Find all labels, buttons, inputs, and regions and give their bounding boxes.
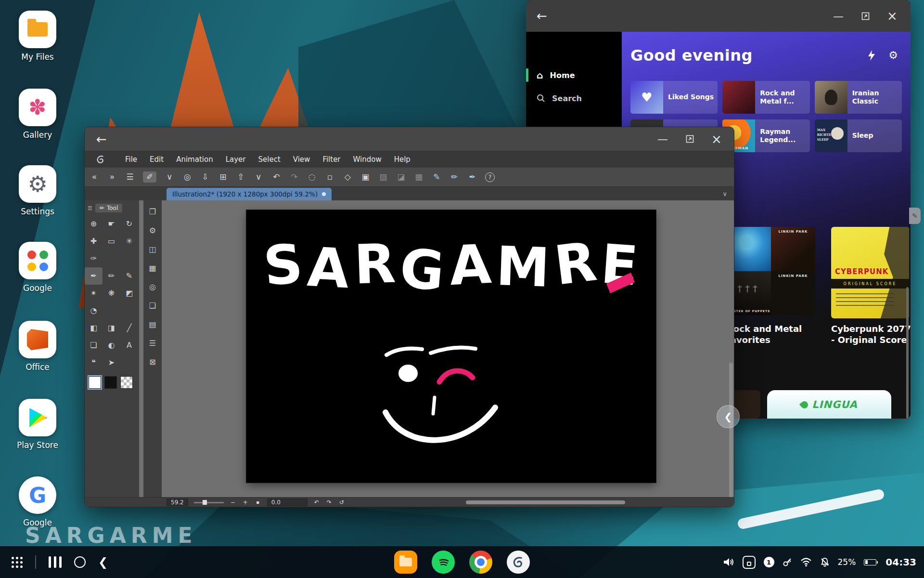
pen-quick-icon[interactable]: ✎ [432,173,441,181]
new-layer-icon[interactable]: ❐ [149,208,156,216]
main-menu-icon[interactable]: ☰ [125,173,135,181]
paper-layer-icon[interactable]: ❏ [149,302,156,310]
menu-help[interactable]: Help [394,155,411,164]
shortcut-tile-iranian-classic[interactable]: Iranian Classic [815,81,902,114]
selection-launcher-icon[interactable]: ◎ [182,173,192,181]
raster-layer-icon[interactable]: ▦ [149,264,156,272]
playlist-card-title[interactable]: Cyberpunk 2077 - Original Score [831,324,911,345]
desktop-icon-office[interactable]: Office [11,321,64,372]
tool-panel-tab[interactable]: ✏ Tool [95,204,122,212]
menu-file[interactable]: File [125,155,137,164]
select-area-icon[interactable]: ◌ [307,173,317,181]
main-color-swatch[interactable] [89,376,101,389]
fit-screen-button[interactable]: ▪ [255,499,261,505]
grid-icon[interactable]: ▨ [378,173,388,181]
settings-gear-icon[interactable]: ⚙ [888,50,898,61]
divide-layer-icon[interactable]: ◫ [149,246,156,253]
password-key-icon[interactable] [783,557,792,567]
material-icon[interactable]: ◎ [149,283,156,291]
marquee-tool[interactable]: ▭ [103,233,120,250]
redo-icon[interactable]: ↷ [289,173,299,181]
taskbar-chrome-icon[interactable] [469,551,492,574]
volume-icon[interactable] [723,557,734,567]
tab-list-chevron-icon[interactable]: ∨ [722,190,727,197]
menu-view[interactable]: View [293,155,310,164]
rotation-value[interactable]: 0.0 [267,499,308,506]
mask-icon[interactable]: ◪ [396,173,406,181]
canvas-horizontal-scrollbar[interactable] [466,500,625,504]
layer-settings-icon[interactable]: ⚙ [149,227,156,235]
drawing-canvas[interactable]: SARGAMRE [246,210,656,483]
select-move-icon[interactable]: ▫ [325,173,334,181]
canvas-tab[interactable]: Illustration2* (1920 x 1280px 300dpi 59.… [167,188,332,200]
shortcut-tile-rayman[interactable]: RAYMAN Rayman Legend... [722,119,809,152]
marker-tool[interactable]: ✎ [120,267,138,285]
menu-filter[interactable]: Filter [322,155,340,164]
all-apps-button[interactable] [12,557,23,568]
hand-tool[interactable]: ☛ [103,215,120,233]
airbrush-tool[interactable]: ✴ [85,285,103,302]
desktop-icon-my-files[interactable]: My Files [11,11,64,62]
collapse-left-icon[interactable]: « [90,173,99,181]
eyedropper-tool[interactable]: ✑ [85,250,103,267]
undo-icon[interactable]: ↶ [271,173,281,181]
menu-edit[interactable]: Edit [150,155,164,164]
home-button[interactable] [74,556,86,568]
back-icon[interactable]: ← [537,9,556,23]
clock[interactable]: 04:33 [886,556,916,568]
eraser-tool[interactable]: ◩ [120,285,138,302]
close-button[interactable]: × [703,129,730,150]
recents-button[interactable] [49,556,62,568]
desktop-icon-play-store[interactable]: Play Store [11,399,64,450]
maximize-button[interactable] [852,5,879,26]
balloon-tool[interactable]: ❝ [85,354,103,371]
zoom-slider[interactable] [194,499,224,506]
screen-capture-icon[interactable] [743,556,756,569]
zoom-value[interactable]: 59.2 [167,499,188,506]
pen-tool[interactable]: ✒ [85,267,103,285]
figure-tool[interactable]: ╱ [120,319,138,337]
rotate-left-button[interactable]: ↶ [313,499,320,506]
partial-lingua-card[interactable]: LINGUA [767,390,891,419]
object-tool-icon[interactable]: ✐ [143,171,156,183]
playlist-card-rock-metal[interactable]: LINKIN PARK †††MASTER OF PUPPETS LINKIN … [727,227,815,315]
maximize-button[interactable] [676,129,703,150]
canvas-vertical-scrollbar[interactable] [729,363,733,498]
decoration-tool[interactable]: ❋ [103,285,120,302]
fill-tool[interactable]: ◧ [85,319,103,337]
blend-tool[interactable]: ◔ [85,302,103,319]
move-tool[interactable]: ✚ [85,233,103,250]
stream-line-tool[interactable]: ➤ [103,354,120,371]
shortcut-tile-rock-metal[interactable]: Rock and Metal f... [722,81,809,114]
shortcut-tile-liked-songs[interactable]: ♥ Liked Songs [630,81,718,114]
close-button[interactable]: × [879,5,906,26]
frame-icon[interactable]: ▦ [414,173,424,181]
taskbar-clip-studio-icon[interactable] [507,551,530,574]
crop-icon[interactable]: ▣ [360,173,370,181]
zoom-out-button[interactable]: − [230,499,236,506]
desktop-icon-gallery[interactable]: ✽ Gallery [11,89,64,140]
frame-border-tool[interactable]: ❏ [85,337,103,354]
pencil-tool[interactable]: ✏ [103,267,120,285]
sidebar-item-search[interactable]: Search [526,87,622,110]
export-dropdown-icon[interactable]: ∨ [254,173,263,181]
rotate-canvas-tool[interactable]: ↻ [120,215,138,233]
select-lasso-icon[interactable]: ◇ [343,173,352,181]
menu-window[interactable]: Window [353,155,382,164]
minimize-button[interactable]: — [649,129,676,150]
desktop-icon-google-folder[interactable]: Google [11,242,64,293]
back-button[interactable]: ❮ [98,556,108,568]
taskbar-my-files-icon[interactable] [394,551,417,574]
shortcut-tile-sleep[interactable]: MAX RICHTER SLEEP Sleep [815,119,902,152]
playlist-card-cyberpunk[interactable]: CYBERPUNK ORIGINAL SCORE [831,227,909,318]
collapse-right-icon[interactable]: » [107,173,117,181]
nib-quick-icon[interactable]: ✒ [467,173,477,181]
playlist-card-title[interactable]: Rock and Metal favorites [727,324,816,345]
edge-pencil-tab[interactable]: ✏ [909,208,921,224]
gradient-tool[interactable]: ◨ [103,319,120,337]
spotify-scrollbar[interactable] [906,287,909,419]
back-icon[interactable]: ← [96,132,116,146]
desktop-icon-google[interactable]: G Google [11,476,64,527]
new-canvas-icon[interactable]: ⊞ [218,173,228,181]
help-icon[interactable]: ? [485,172,495,182]
